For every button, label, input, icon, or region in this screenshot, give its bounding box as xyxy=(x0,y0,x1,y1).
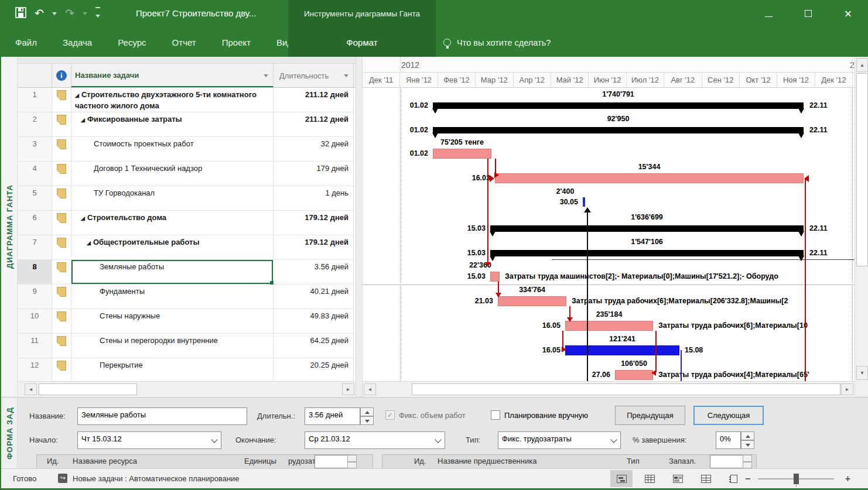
row-number-header[interactable] xyxy=(18,64,52,87)
note-indicator-cell[interactable] xyxy=(52,334,71,358)
tab-format[interactable]: Формат xyxy=(288,37,436,47)
zoom-out-icon[interactable]: − xyxy=(745,474,750,484)
duration-cell[interactable]: 179 дней xyxy=(274,162,354,186)
note-indicator-cell[interactable] xyxy=(52,162,71,186)
note-indicator-cell[interactable] xyxy=(52,112,71,137)
note-indicator-cell[interactable] xyxy=(52,211,71,235)
finish-date-combo[interactable]: Ср 21.03.12 xyxy=(305,431,445,449)
summary-bar-row-1[interactable] xyxy=(433,102,804,109)
duration-header[interactable]: Длительность xyxy=(274,64,354,87)
duration-cell[interactable]: 179.12 дней xyxy=(274,211,354,235)
task-bar-row-4[interactable] xyxy=(495,173,804,183)
gantt-chart-view-button[interactable] xyxy=(610,470,633,487)
tab-file[interactable]: Файл xyxy=(15,37,37,47)
chart-horizontal-scrollbar[interactable]: ◂ ▸ xyxy=(363,381,855,396)
redo-icon[interactable]: ↷ xyxy=(65,6,74,21)
start-date-combo[interactable]: Чт 15.03.12 xyxy=(77,431,221,449)
task-name-cell[interactable]: Договор 1 Технический надзор xyxy=(71,162,274,186)
row-number[interactable]: 1 xyxy=(18,88,52,112)
row-number[interactable]: 4 xyxy=(18,162,52,186)
percent-complete-field[interactable]: 0% xyxy=(716,431,741,449)
duration-cell[interactable]: 32 дней xyxy=(274,137,354,162)
row-number[interactable]: 2 xyxy=(18,112,52,137)
row-number[interactable]: 5 xyxy=(18,186,52,211)
task-name-cell[interactable]: ◢Строительство двухэтажного 5-ти комнатн… xyxy=(71,88,274,112)
scrollbar-thumb[interactable] xyxy=(412,383,840,395)
duration-cell[interactable]: 20.25 дней xyxy=(274,358,354,381)
tab-ресурс[interactable]: Ресурс xyxy=(118,37,146,47)
task-usage-view-button[interactable] xyxy=(638,470,661,487)
tell-me-search[interactable]: Что вы хотите сделать? xyxy=(443,28,551,57)
tab-отчет[interactable]: Отчет xyxy=(172,37,196,47)
scroll-right-icon[interactable]: ▸ xyxy=(841,383,853,395)
percent-stepper[interactable] xyxy=(741,431,754,449)
row-number[interactable]: 3 xyxy=(18,137,52,162)
task-name-field[interactable]: Земляные работы xyxy=(77,407,247,425)
task-bar-row-9[interactable] xyxy=(498,296,566,306)
note-indicator-cell[interactable] xyxy=(52,88,71,112)
task-bar-row-11[interactable] xyxy=(565,345,679,355)
milestone-marker[interactable] xyxy=(583,197,585,207)
duration-cell[interactable]: 1 день xyxy=(274,186,354,211)
customize-toolbar-icon[interactable] xyxy=(95,7,100,20)
fixed-work-checkbox[interactable]: ✓ Фикс. объем работ xyxy=(385,410,466,420)
note-indicator-cell[interactable] xyxy=(52,358,71,381)
collapse-triangle-icon[interactable]: ◢ xyxy=(81,117,85,123)
pane-splitter[interactable] xyxy=(356,57,363,397)
scroll-down-icon[interactable]: ▾ xyxy=(856,366,868,380)
summary-bar-row-6[interactable] xyxy=(490,225,804,232)
timeline-year-tier[interactable]: 20122 xyxy=(363,57,855,73)
row-number[interactable]: 12 xyxy=(18,358,52,381)
scroll-left-icon[interactable]: ◂ xyxy=(364,383,376,395)
manual-schedule-checkbox[interactable]: Планирование вручную xyxy=(491,410,588,420)
row-number[interactable]: 10 xyxy=(18,309,52,334)
task-bar-row-10[interactable] xyxy=(565,321,653,331)
task-name-cell[interactable]: ◢Общестроительные работы xyxy=(71,235,274,260)
scroll-left-icon[interactable]: ◂ xyxy=(25,383,37,395)
resource-cell-stepper[interactable] xyxy=(347,455,357,468)
duration-stepper[interactable] xyxy=(360,407,374,425)
table-horizontal-scrollbar[interactable]: ◂ ▸ xyxy=(18,381,356,396)
duration-cell[interactable]: 211.12 дней xyxy=(274,112,354,137)
note-indicator-cell[interactable] xyxy=(52,186,71,211)
duration-cell[interactable]: 64.25 дней xyxy=(274,334,354,358)
zoom-in-icon[interactable]: + xyxy=(845,474,850,484)
zoom-handle[interactable] xyxy=(794,474,799,484)
timeline-month-tier[interactable]: Дек '11Янв '12Фев '12Мар '12Апр '12Май '… xyxy=(363,73,855,88)
duration-cell[interactable]: 40.21 дней xyxy=(274,285,354,309)
scroll-right-icon[interactable]: ▸ xyxy=(342,383,354,395)
new-tasks-icon[interactable]: ↪ xyxy=(58,474,67,483)
task-name-cell[interactable]: ◢Строительство дома xyxy=(71,211,274,235)
task-name-cell[interactable]: Перекрытие xyxy=(71,358,274,381)
task-name-cell[interactable]: Земляные работы xyxy=(71,260,274,285)
task-name-header[interactable]: Название задачи xyxy=(71,64,274,87)
filter-dropdown-icon[interactable] xyxy=(344,74,348,77)
note-indicator-cell[interactable] xyxy=(52,235,71,260)
row-number[interactable]: 11 xyxy=(18,334,52,358)
task-type-combo[interactable]: Фикс. трудозатраты xyxy=(498,431,621,449)
undo-dropdown-icon[interactable] xyxy=(52,12,57,15)
summary-bar-row-7[interactable] xyxy=(490,250,804,256)
task-name-cell[interactable]: ТУ Горводоканал xyxy=(71,186,274,211)
tab-задача[interactable]: Задача xyxy=(63,37,92,47)
collapse-triangle-icon[interactable]: ◢ xyxy=(75,92,79,98)
task-name-cell[interactable]: Стоимость проектных работ xyxy=(71,137,274,162)
task-name-cell[interactable]: Стены наружные xyxy=(71,309,274,334)
team-planner-view-button[interactable] xyxy=(667,470,689,487)
duration-cell[interactable]: 179.12 дней xyxy=(274,235,354,260)
maximize-button[interactable] xyxy=(801,9,815,19)
task-bar-row-3[interactable] xyxy=(433,149,491,159)
filter-dropdown-icon[interactable] xyxy=(264,74,268,77)
duration-field[interactable]: 3.56 дней xyxy=(305,407,360,425)
row-number[interactable]: 9 xyxy=(18,285,52,309)
minimize-button[interactable] xyxy=(761,9,775,19)
new-tasks-status[interactable]: Новые задачи : Автоматическое планирован… xyxy=(73,474,240,483)
close-button[interactable]: × xyxy=(841,6,855,22)
task-bar-row-12[interactable] xyxy=(615,370,653,380)
task-bar-row-8[interactable] xyxy=(490,272,500,282)
task-name-cell[interactable]: ◢Фиксированные затраты xyxy=(71,112,274,137)
predecessor-cell-stepper[interactable] xyxy=(743,455,752,468)
row-number[interactable]: 7 xyxy=(18,235,52,260)
resource-sheet-view-button[interactable] xyxy=(695,470,717,487)
note-indicator-cell[interactable] xyxy=(52,260,71,285)
